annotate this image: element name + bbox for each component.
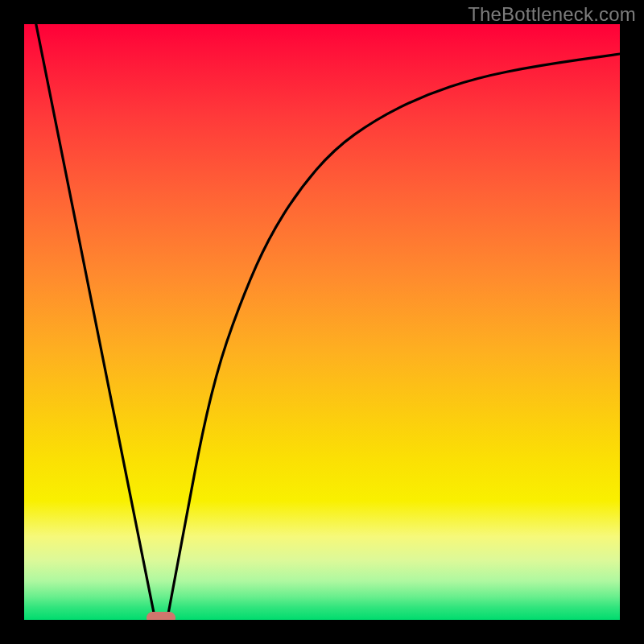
optimal-point-marker	[147, 612, 175, 620]
bottleneck-curve	[24, 24, 620, 620]
watermark-text: TheBottleneck.com	[468, 3, 636, 26]
chart-frame: TheBottleneck.com	[0, 0, 644, 644]
plot-area	[24, 24, 620, 620]
